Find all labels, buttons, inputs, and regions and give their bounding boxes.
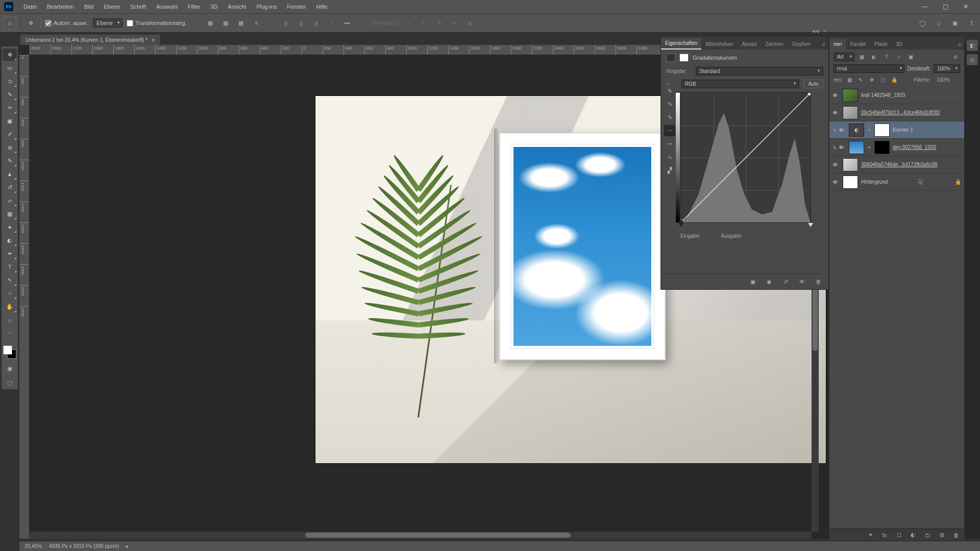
cloud-docs-icon[interactable]: ◯ [917,17,928,29]
close-tab-icon[interactable]: × [152,37,155,43]
window-minimize-icon[interactable]: — [915,1,935,12]
delete-layer-icon[interactable]: 🗑 [951,531,961,539]
workspace-icon[interactable]: ▣ [949,17,961,29]
lock-artboard-icon[interactable]: ▢ [879,77,887,84]
lock-pixels-icon[interactable]: ▦ [845,77,853,84]
toggle-visibility-icon[interactable]: 👁 [797,277,807,286]
color-swatch[interactable] [3,345,16,359]
reset-icon[interactable]: ↺ [780,277,791,286]
lock-move-icon[interactable]: ✥ [868,77,876,84]
eyedropper-gray-icon[interactable]: ✎ [664,98,675,110]
filter-type-icon[interactable]: T [882,53,891,61]
curves-graph[interactable] [680,92,811,223]
tab-bibliotheken[interactable]: Bibliotheken [701,39,737,49]
eraser-tool[interactable]: ▱ [3,194,17,207]
link-layers-icon[interactable]: ⚭ [866,531,875,539]
marquee-tool[interactable]: ▭ [3,62,17,74]
align-center-v-icon[interactable]: ▯ [296,17,307,29]
menu-filter[interactable]: Filter [183,0,205,13]
layer-name[interactable]: 306048a5746de...b3172fb3a6c08 [861,162,961,167]
preset-dropdown[interactable]: Standard [696,67,823,76]
healing-tool[interactable]: ⊛ [3,141,17,154]
align-stretch-icon[interactable]: ≡ [251,17,262,29]
blur-tool[interactable]: ● [3,221,17,233]
frame-tool[interactable]: ▣ [3,115,17,127]
layer-mask-thumbnail[interactable] [874,123,890,137]
visibility-icon[interactable]: 👁 [832,162,840,168]
tab-kanaele[interactable]: Kanäle [846,39,870,49]
gradient-tool[interactable]: ▦ [3,208,17,220]
auto-select-target-dropdown[interactable]: Ebene [93,18,122,28]
curve-smooth-icon[interactable]: ∿ [664,152,675,163]
history-brush-tool[interactable]: ↺ [3,181,17,193]
move-tool-icon[interactable]: ✥ [25,17,36,29]
menu-ebene[interactable]: Ebene [99,0,125,13]
eyedropper-tool[interactable]: ✐ [3,128,17,140]
stamp-tool[interactable]: ▲ [3,168,17,180]
visibility-icon[interactable]: 👁 [832,110,840,116]
layer-filter-dropdown[interactable]: Art [834,53,854,61]
delete-adjustment-icon[interactable]: 🗑 [813,277,823,286]
align-left-icon[interactable]: ▦ [205,17,216,29]
layer-row[interactable]: 👁◐⚭Kurven 1 [829,121,964,139]
blend-mode-dropdown[interactable]: rmal [834,64,904,73]
opacity-input[interactable]: 100% [934,64,960,73]
layers-menu-icon[interactable]: ≡ [955,39,964,49]
layer-row[interactable]: 👁09c540e4f70d13...43ce46bd18f3f2 [829,104,964,121]
window-restore-icon[interactable]: ▢ [935,1,955,12]
filter-pixel-icon[interactable]: ▦ [857,53,867,61]
layer-name[interactable]: 09c540e4f70d13...43ce46bd18f3f2 [861,110,961,115]
curve-pencil-icon[interactable]: ✏ [664,138,675,149]
scrollbar-horizontal[interactable] [30,532,812,539]
layer-mask-thumbnail[interactable] [874,141,890,154]
clip-to-layer-icon[interactable]: ▣ [748,277,758,286]
layer-thumbnail[interactable] [843,176,858,189]
new-adjustment-icon[interactable]: ◐ [909,531,918,539]
channel-dropdown[interactable]: RGB [681,80,799,88]
eyedropper-white-icon[interactable]: ✎ [664,112,675,123]
link-icon[interactable]: ⚭ [867,128,871,133]
filter-toggle-icon[interactable]: ⊘ [951,53,960,61]
pen-tool[interactable]: ✒ [3,247,17,260]
color-panel-icon[interactable]: ◧ [967,40,978,51]
doc-info[interactable]: 4936 Px x 3319 Px (300 ppcm) [49,543,119,549]
shape-tool[interactable]: ○ [3,287,17,299]
tab-absatz[interactable]: Absatz [738,39,762,49]
filter-smart-icon[interactable]: ▣ [906,53,916,61]
layer-row[interactable]: 👁leaf-1482948_1920 [829,87,964,104]
layer-name[interactable]: sky-3027856_1920 [893,144,961,150]
align-center-h-icon[interactable]: ▦ [220,17,231,29]
layer-row[interactable]: 👁⚭sky-3027856_1920 [829,139,964,156]
type-tool[interactable]: T [3,261,17,273]
visibility-icon[interactable]: 👁 [832,92,840,98]
share-icon[interactable]: ⇪ [966,17,977,29]
view-previous-icon[interactable]: ◉ [764,277,774,286]
lock-position-icon[interactable]: ✎ [856,77,865,84]
menu-schrift[interactable]: Schrift [125,0,151,13]
edit-toolbar-icon[interactable]: ⋯ [3,327,17,339]
swatches-panel-icon[interactable]: ◎ [967,54,978,65]
layer-name[interactable]: leaf-1482948_1920 [861,92,961,98]
tab-ebenen[interactable]: nen [829,39,846,49]
menu-ansicht[interactable]: Ansicht [223,0,251,13]
home-icon[interactable]: ⌂ [3,16,16,30]
show-transform-checkbox[interactable]: Transformationsstrg. [127,20,186,27]
menu-fenster[interactable]: Fenster [282,0,311,13]
layer-thumbnail[interactable] [843,158,858,171]
tab-glyphen[interactable]: Glyphen [788,39,815,49]
layer-name[interactable]: Hintergrund [861,179,952,185]
menu-plugins[interactable]: Plug-ins [251,0,282,13]
layer-name[interactable]: Kurven 1 [893,127,961,133]
status-arrow-icon[interactable]: ▸ [126,543,129,549]
layer-thumbnail[interactable] [843,89,858,102]
auto-button[interactable]: Auto [803,80,823,88]
layer-row[interactable]: 👁306048a5746de...b3172fb3a6c08 [829,156,964,173]
menu-bearbeiten[interactable]: Bearbeiten [42,0,79,13]
align-bottom-icon[interactable]: ▯ [311,17,322,29]
crop-tool[interactable]: ✂ [3,102,17,114]
layer-fx-icon[interactable]: fx [880,531,889,539]
add-mask-icon[interactable]: ◻ [894,531,903,539]
layer-thumbnail[interactable] [849,141,864,154]
move-tool[interactable]: ✥ [3,48,17,61]
visibility-icon[interactable]: 👁 [839,144,846,151]
